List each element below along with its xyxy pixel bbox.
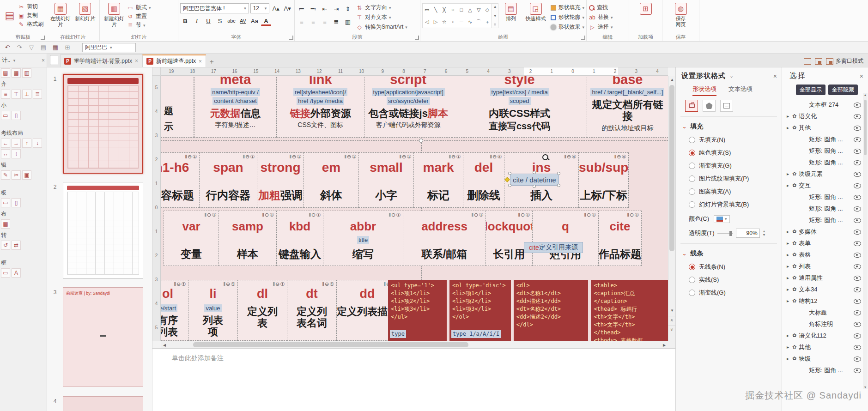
multi-window-mode-button[interactable]: 多窗口模式 [826,57,863,65]
save-webpage-button[interactable]: ◍保存网页 [668,1,693,34]
increase-indent-button[interactable]: ⇥ [331,4,341,14]
close-tab-icon[interactable]: × [199,58,202,65]
transparency-value-input[interactable]: 90% [736,229,760,238]
change-case-button[interactable]: Aa [249,16,260,26]
size-icon[interactable]: ▭ [1,111,10,120]
effects-tab-icon[interactable] [703,100,716,112]
shape-list-item[interactable]: 矩形: 圆角 ... [782,191,868,203]
shape-list-item[interactable]: 块级元素 [782,168,868,180]
window-layout-icon[interactable] [815,58,822,65]
shape-list-item[interactable]: 矩形: 圆角 ... [782,214,868,226]
tag-card[interactable]: ‖⊖① small 小字 [358,152,414,208]
visibility-eye-icon[interactable] [853,356,862,362]
shape-fill-button[interactable]: 形状填充▾ [551,3,584,12]
section-chevron-icon[interactable]: ⌄ [682,124,686,130]
shape-list-item[interactable]: 矩形: 圆角 ... [782,145,868,157]
selection-list-scrollbar[interactable]: ▲ ▼ [863,93,868,389]
guide-icon[interactable]: ↓ [33,139,42,148]
shape-list-item[interactable]: 文本框 274 [782,99,868,110]
tag-card[interactable]: ‖⊖① span 行内容器 [199,152,257,208]
font-size-select[interactable]: 12▾ [250,3,270,13]
shape-list-item[interactable]: 通用属性 [782,272,868,284]
scroll-up-icon[interactable]: ▲ [863,93,868,97]
cut-button[interactable]: ✂剪切 [18,2,43,11]
tab-text-options[interactable]: 文本选项 [728,85,753,96]
fill-option-radio[interactable]: 幻灯片背景填充(B) [676,198,782,211]
color-picker-button[interactable]: ▾ [714,215,730,223]
scroll-right-icon[interactable]: ▶ [661,341,668,349]
save-icon[interactable]: ▽ [27,43,36,52]
selection-handle[interactable] [508,184,511,187]
tag-card[interactable]: ‖⊖④ del 删除线 [463,152,504,208]
document-tab-2-active[interactable]: P 新前端速查.pptx × [142,54,206,67]
tag-card[interactable]: ‖⊖① abbr title 缩写 [323,211,403,266]
shape-list-item[interactable]: 语义化 [782,110,868,122]
transparency-slider[interactable] [717,233,733,234]
selected-attribute-textbox[interactable]: cite / datetime [510,174,559,186]
next-slide-button[interactable]: » [668,325,676,333]
scroll-up-icon[interactable]: ▲ [668,76,676,83]
slide-thumbnail-2[interactable]: 2 [47,182,152,279]
replace-button[interactable]: ab替换▾ [589,13,627,22]
shape-list-item[interactable]: 表格 [782,249,868,260]
shape-list-item[interactable]: 其他 [782,122,868,133]
bullets-button[interactable]: ≔ [297,4,307,14]
textbox-icon[interactable]: A [12,268,21,278]
shape-list-item[interactable]: 大标题 [782,307,868,318]
slideshow-icon[interactable]: ▦ [51,43,60,52]
print-icon[interactable]: ▤ [39,43,48,52]
numbering-button[interactable]: ≕ [308,4,318,14]
scroll-down-icon[interactable]: ▼ [668,307,676,314]
expand-arrow-icon[interactable] [787,298,792,303]
italic-button[interactable]: I [192,16,202,26]
tag-card[interactable]: ‖⊖④ sub/sup 上标/下标 [578,152,629,208]
edit-icon[interactable]: ✎ [1,170,10,180]
fill-option-radio[interactable]: 图案填充(A) [676,185,782,198]
selection-handle[interactable] [533,185,536,188]
visibility-eye-icon[interactable] [853,194,862,200]
expand-arrow-icon[interactable] [787,345,792,350]
columns-button[interactable]: ▥ [343,17,353,27]
fill-option-radio[interactable]: 图片或纹理填充(P) [676,172,782,185]
expand-arrow-icon[interactable] [787,264,792,269]
slide-thumbnail-3[interactable]: 3 前端速查 | by: Sandaydi [47,287,152,387]
document-tab-1[interactable]: P 重学前端计划-背景.pptx × [60,54,142,67]
radio-icon[interactable] [689,163,695,169]
text-shadow-button[interactable]: abc [226,16,237,26]
tag-card[interactable]: ‖⊖① script type[application/javascript]s… [364,76,452,138]
radio-icon[interactable] [689,150,695,156]
strikethrough-button[interactable]: S [215,16,225,26]
reset-button[interactable]: ↺重置 [127,12,151,21]
tag-card[interactable]: ‖⊖① q 短引用 [532,211,599,266]
radio-icon[interactable] [689,188,695,195]
tag-card[interactable]: ‖⊖① base href / target[_blank/_self...] … [587,76,668,138]
shape-effects-button[interactable]: 形状效果▾ [551,23,584,31]
arrange-button[interactable]: ▤排列 [498,1,523,34]
shape-list-item[interactable]: 文本34 [782,284,868,295]
slide-thumbnail-4[interactable]: 4 [47,396,152,411]
shape-list-item[interactable]: 矩形: 圆角 ... [782,157,868,168]
selection-handle[interactable] [419,139,423,143]
align-center-button[interactable]: ≡ [308,17,318,27]
radio-icon[interactable] [689,201,695,208]
section-chevron-icon[interactable]: ⌄ [682,251,686,257]
notes-pane[interactable]: 单击此处添加备注 [152,348,675,411]
dialog-launcher-icon[interactable] [581,36,585,40]
font-color-button[interactable]: A [261,17,271,26]
fill-option-radio[interactable]: 无填充(N) [676,133,782,146]
increase-font-button[interactable]: A▴ [271,3,281,13]
board-icon[interactable]: ▭ [1,198,10,207]
selection-handle[interactable] [557,184,560,187]
radio-icon[interactable] [689,137,695,143]
guide-icon[interactable]: → [12,139,21,148]
guide-icon[interactable]: ↑ [22,139,31,148]
selection-handle[interactable] [533,171,536,174]
tag-card[interactable]: ‖⊖① blockquote 长引用 [486,211,533,266]
tag-card[interactable]: ‖⊖① ol e/start 有序列表 [161,280,188,341]
expand-arrow-icon[interactable] [787,229,792,234]
new-slide-button[interactable]: ▧新幻灯片 [73,1,98,34]
select-button[interactable]: ▷选择▾ [589,23,627,31]
visibility-eye-icon[interactable] [853,217,862,224]
align-left-button[interactable]: ≡ [297,17,307,27]
section-button[interactable]: ≣节▾ [127,21,151,30]
